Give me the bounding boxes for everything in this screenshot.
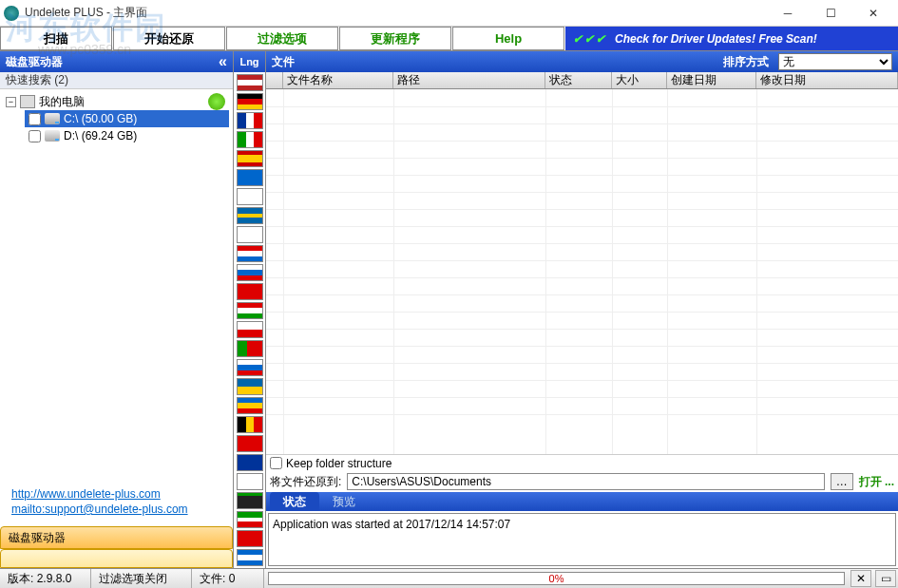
- flag-jp-icon[interactable]: [237, 473, 263, 490]
- col-created[interactable]: 创建日期: [667, 72, 756, 88]
- minimize-button[interactable]: ─: [767, 1, 809, 26]
- scan-button[interactable]: 扫描: [0, 27, 112, 50]
- flag-hu-icon[interactable]: [237, 302, 263, 319]
- right-pane: 文件 排序方式 无 文件名称 路径 状态 大小 创建日期 修改日期 Keep f…: [266, 51, 898, 568]
- col-name[interactable]: 文件名称: [283, 72, 393, 88]
- help-button[interactable]: Help: [452, 27, 564, 50]
- flag-it-icon[interactable]: [237, 131, 263, 148]
- keep-folder-checkbox[interactable]: [270, 457, 282, 469]
- collapse-icon[interactable]: «: [219, 53, 227, 70]
- restore-path-row: 将文件还原到: … 打开 ...: [266, 471, 898, 492]
- status-tab-bar: 状态 预览: [266, 492, 898, 511]
- support-email-link[interactable]: mailto:support@undelete-plus.com: [11, 502, 188, 517]
- flag-es-icon[interactable]: [237, 150, 263, 167]
- flag-tr-icon[interactable]: [237, 530, 263, 547]
- tab-status[interactable]: 状态: [270, 492, 319, 511]
- flag-se-icon[interactable]: [237, 207, 263, 224]
- language-pane: Lng: [234, 51, 266, 568]
- drive-icon: [45, 113, 60, 124]
- drive-d-label: D:\ (69.24 GB): [64, 129, 137, 142]
- col-status[interactable]: 状态: [545, 72, 612, 88]
- drive-tree: − 我的电脑 C:\ (50.00 GB) D:\ (69.24 GB) htt…: [0, 89, 233, 526]
- file-list[interactable]: [266, 89, 898, 454]
- start-restore-button[interactable]: 开始还原: [113, 27, 225, 50]
- left-pane: 磁盘驱动器 « 快速搜索 (2) − 我的电脑 C:\ (50.00 GB) D…: [0, 51, 234, 568]
- flag-eu-icon[interactable]: [237, 454, 263, 471]
- drives-tab[interactable]: 磁盘驱动器: [0, 526, 233, 549]
- flag-be-icon[interactable]: [237, 416, 263, 433]
- drive-c-label: C:\ (50.00 GB): [64, 112, 137, 125]
- drives-header: 磁盘驱动器 «: [0, 51, 233, 72]
- banner-text: Check for Driver Updates! Free Scan!: [615, 32, 817, 46]
- col-path[interactable]: 路径: [393, 72, 545, 88]
- flag-us-icon[interactable]: [237, 74, 263, 91]
- col-modified[interactable]: 修改日期: [756, 72, 898, 88]
- close-button[interactable]: ✕: [852, 1, 894, 26]
- column-headers: 文件名称 路径 状态 大小 创建日期 修改日期: [266, 72, 898, 89]
- flag-pl-icon[interactable]: [237, 226, 263, 243]
- file-list-header: 文件 排序方式 无: [266, 51, 898, 72]
- filter-status-cell: 过滤选项关闭: [91, 569, 192, 588]
- statusbar-button-2[interactable]: ▭: [875, 570, 896, 587]
- drive-icon: [45, 130, 60, 142]
- flag-id-icon[interactable]: [237, 321, 263, 338]
- tree-drive-d[interactable]: D:\ (69.24 GB): [25, 127, 229, 144]
- flag-gr-icon[interactable]: [237, 169, 263, 186]
- col-checkbox[interactable]: [266, 72, 283, 88]
- app-icon: [4, 6, 19, 21]
- language-header: Lng: [234, 51, 265, 72]
- sort-label: 排序方式: [723, 54, 769, 70]
- quick-search-label: 快速搜索 (2): [0, 72, 233, 89]
- flag-de-icon[interactable]: [237, 93, 263, 110]
- keep-folder-label: Keep folder structure: [286, 457, 392, 470]
- flag-fr-icon[interactable]: [237, 112, 263, 129]
- sort-select[interactable]: 无: [778, 53, 892, 70]
- secondary-tab[interactable]: [0, 549, 233, 568]
- tree-drive-c[interactable]: C:\ (50.00 GB): [25, 110, 229, 127]
- flag-ua-icon[interactable]: [237, 378, 263, 395]
- flag-fi-icon[interactable]: [237, 188, 263, 205]
- drive-c-checkbox[interactable]: [29, 113, 41, 125]
- open-button[interactable]: 打开 ...: [859, 474, 894, 490]
- col-size[interactable]: 大小: [612, 72, 667, 88]
- my-computer-label: 我的电脑: [39, 94, 85, 110]
- left-tab-bar: 磁盘驱动器: [0, 526, 233, 568]
- flag-ru-icon[interactable]: [237, 264, 263, 281]
- update-button[interactable]: 更新程序: [339, 27, 451, 50]
- window-titlebar: Undelete PLUS - 主界面 ─ ☐ ✕: [0, 0, 898, 27]
- refresh-icon[interactable]: [208, 93, 225, 110]
- flag-cn-icon[interactable]: [237, 283, 263, 300]
- progress-bar: 0%: [268, 572, 845, 585]
- flag-nl-icon[interactable]: [237, 245, 263, 262]
- driver-update-banner[interactable]: ✔✔✔ Check for Driver Updates! Free Scan!: [565, 27, 898, 50]
- keep-folder-row: Keep folder structure: [266, 454, 898, 471]
- flag-list: [234, 72, 265, 568]
- restore-path-input[interactable]: [347, 473, 824, 490]
- maximize-button[interactable]: ☐: [810, 1, 851, 26]
- tab-preview[interactable]: 预览: [319, 492, 369, 511]
- drives-header-label: 磁盘驱动器: [6, 54, 63, 70]
- main-toolbar: 扫描 开始还原 过滤选项 更新程序 Help ✔✔✔ Check for Dri…: [0, 27, 898, 51]
- files-label: 文件: [272, 54, 723, 70]
- flag-il-icon[interactable]: [237, 549, 263, 566]
- flag-ro-icon[interactable]: [237, 397, 263, 414]
- flag-tw-icon[interactable]: [237, 435, 263, 452]
- status-bar: 版本: 2.9.8.0 过滤选项关闭 文件: 0 0% ✕ ▭: [0, 568, 898, 588]
- log-line: Application was started at 2017/12/14 14…: [273, 518, 891, 531]
- flag-za-icon[interactable]: [237, 492, 263, 509]
- flag-sk-icon[interactable]: [237, 359, 263, 376]
- checkmarks-icon: ✔✔✔: [573, 32, 607, 46]
- drive-d-checkbox[interactable]: [29, 130, 41, 142]
- version-cell: 版本: 2.9.8.0: [0, 569, 91, 588]
- file-count-cell: 文件: 0: [192, 569, 264, 588]
- website-link[interactable]: http://www.undelete-plus.com: [11, 486, 188, 502]
- progress-percent: 0%: [269, 573, 844, 584]
- flag-bg-icon[interactable]: [237, 511, 263, 528]
- browse-button[interactable]: …: [831, 473, 853, 490]
- tree-my-computer[interactable]: − 我的电脑: [4, 93, 229, 110]
- filter-button[interactable]: 过滤选项: [226, 27, 338, 50]
- flag-pt-icon[interactable]: [237, 340, 263, 357]
- tree-collapse-icon[interactable]: −: [6, 97, 16, 107]
- statusbar-button-1[interactable]: ✕: [850, 570, 871, 587]
- computer-icon: [20, 95, 35, 108]
